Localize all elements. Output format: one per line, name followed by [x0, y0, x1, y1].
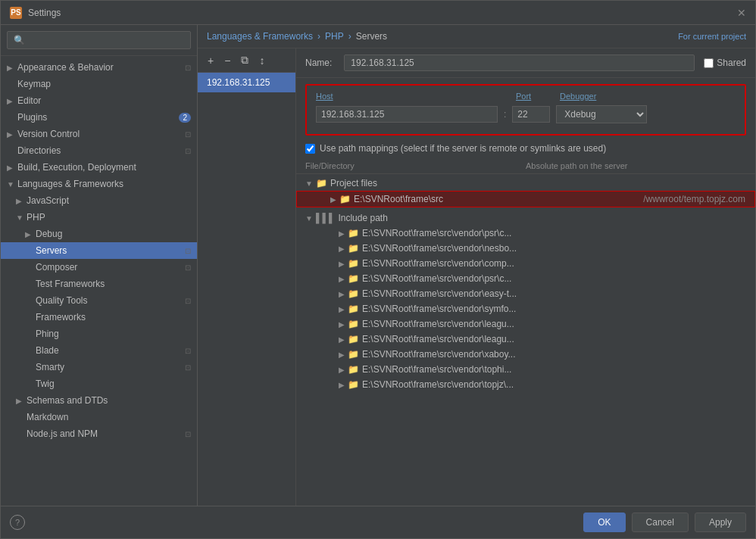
- folder-icon: 📁: [316, 178, 327, 188]
- sidebar-item-editor[interactable]: ▶ Editor: [1, 92, 197, 109]
- title-bar-left: PS Settings: [10, 7, 61, 19]
- remove-server-button[interactable]: −: [220, 52, 234, 69]
- path-mapping-checkbox[interactable]: [305, 144, 315, 154]
- project-server-path: /wwwroot/temp.topjz.com: [643, 194, 745, 204]
- sidebar-item-debug[interactable]: ▶ Debug: [1, 226, 197, 242]
- search-box: [1, 25, 197, 56]
- debugger-label: Debugger: [560, 92, 651, 101]
- server-list-item[interactable]: 192.168.31.125: [198, 73, 295, 92]
- sidebar-item-nodejs[interactable]: ▶ Node.js and NPM ⊡: [1, 425, 197, 442]
- server-toolbar: + − ⧉ ↕: [198, 48, 295, 73]
- shared-label: Shared: [717, 58, 746, 68]
- sidebar-item-markdown[interactable]: ▶ Markdown: [1, 409, 197, 425]
- include-item-1[interactable]: ▶ 📁 E:\SVNRoot\frame\src\vendor\nesbo...: [296, 241, 755, 256]
- sidebar-item-blade[interactable]: ▶ Blade ⊡: [1, 342, 197, 359]
- cancel-button[interactable]: Cancel: [632, 513, 689, 532]
- include-item-0[interactable]: ▶ 📁 E:\SVNRoot\frame\src\vendor\psr\c...: [296, 226, 755, 241]
- breadcrumb-part2: PHP: [325, 31, 344, 42]
- project-files-header[interactable]: ▼ 📁 Project files: [296, 176, 755, 191]
- sidebar-item-quality-tools[interactable]: ▶ Quality Tools ⊡: [1, 292, 197, 309]
- move-server-button[interactable]: ↕: [255, 52, 268, 69]
- table-col2-header: Absolute path on the server: [526, 161, 746, 170]
- sidebar-item-composer[interactable]: ▶ Composer ⊡: [1, 259, 197, 276]
- ext-icon: ⊡: [185, 430, 191, 438]
- copy-server-button[interactable]: ⧉: [237, 51, 252, 69]
- for-current-project[interactable]: For current project: [678, 32, 746, 41]
- sidebar-item-phing[interactable]: ▶ Phing: [1, 326, 197, 342]
- include-path-label-8: E:\SVNRoot\frame\src\vendor\xaboy...: [362, 349, 746, 360]
- breadcrumb: Languages & Frameworks › PHP › Servers F…: [198, 25, 755, 48]
- sidebar-item-smarty[interactable]: ▶ Smarty ⊡: [1, 359, 197, 375]
- sidebar-item-plugins[interactable]: ▶ Plugins 2: [1, 109, 197, 126]
- sidebar-item-label: Directories: [17, 145, 185, 156]
- sidebar-item-label: Version Control: [17, 129, 185, 139]
- port-input[interactable]: [512, 106, 550, 123]
- include-item-2[interactable]: ▶ 📁 E:\SVNRoot\frame\src\vendor\comp...: [296, 256, 755, 271]
- sidebar-item-version-control[interactable]: ▶ Version Control ⊡: [1, 126, 197, 142]
- name-label: Name:: [305, 58, 332, 68]
- sidebar-item-php[interactable]: ▼ PHP: [1, 209, 197, 226]
- chart-icon: ▌▌▌: [316, 213, 336, 223]
- sidebar-item-label: Test Frameworks: [36, 279, 191, 289]
- sidebar-item-label: Smarty: [36, 362, 185, 372]
- include-path-section: ▼ ▌▌▌ Include path ▶ 📁 E:\SVNRoot\frame\…: [296, 209, 755, 394]
- colon-separator: :: [504, 109, 506, 120]
- include-item-8[interactable]: ▶ 📁 E:\SVNRoot\frame\src\vendor\xaboy...: [296, 347, 755, 362]
- include-item-7[interactable]: ▶ 📁 E:\SVNRoot\frame\src\vendor\leagu...: [296, 332, 755, 347]
- sidebar-item-frameworks[interactable]: ▶ Frameworks: [1, 309, 197, 326]
- add-server-button[interactable]: +: [204, 52, 217, 69]
- sidebar-item-label: Twig: [36, 379, 191, 389]
- sidebar-item-label: Schemas and DTDs: [27, 395, 191, 406]
- sidebar-item-appearance[interactable]: ▶ Appearance & Behavior ⊡: [1, 59, 197, 76]
- content-area: ▶ Appearance & Behavior ⊡ ▶ Keymap ▶ Edi…: [1, 25, 755, 506]
- server-name-input[interactable]: [344, 55, 695, 71]
- sidebar-item-test-frameworks[interactable]: ▶ Test Frameworks: [1, 276, 197, 292]
- help-button[interactable]: ?: [10, 515, 25, 530]
- ext-icon: ⊡: [185, 64, 191, 72]
- debugger-select[interactable]: Xdebug Zend Debugger: [556, 105, 647, 123]
- search-input[interactable]: [7, 31, 191, 49]
- arrow-icon: ▶: [16, 197, 25, 205]
- sidebar-item-directories[interactable]: ▶ Directories ⊡: [1, 142, 197, 159]
- sidebar-item-label: Frameworks: [36, 312, 191, 322]
- include-item-6[interactable]: ▶ 📁 E:\SVNRoot\frame\src\vendor\leagu...: [296, 316, 755, 332]
- item-arrow: ▶: [339, 381, 345, 389]
- host-input[interactable]: [316, 106, 498, 123]
- config-labels-row: Host Port Debugger: [316, 92, 736, 101]
- include-item-5[interactable]: ▶ 📁 E:\SVNRoot\frame\src\vendor\symfo...: [296, 301, 755, 316]
- sidebar-item-servers[interactable]: ▶ Servers ⊡: [1, 242, 197, 259]
- include-item-4[interactable]: ▶ 📁 E:\SVNRoot\frame\src\vendor\easy-t..…: [296, 286, 755, 301]
- close-button[interactable]: ✕: [737, 7, 746, 19]
- sidebar-item-javascript[interactable]: ▶ JavaScript: [1, 192, 197, 209]
- sidebar-item-label: Composer: [36, 262, 185, 273]
- include-path-label-6: E:\SVNRoot\frame\src\vendor\leagu...: [362, 319, 746, 329]
- sidebar-item-label: Editor: [17, 95, 191, 106]
- include-path-label-3: E:\SVNRoot\frame\src\vendor\psr\c...: [362, 273, 746, 284]
- ok-button[interactable]: OK: [583, 513, 625, 532]
- apply-button[interactable]: Apply: [695, 513, 746, 532]
- window-title: Settings: [28, 8, 61, 18]
- app-icon: PS: [10, 7, 22, 19]
- item-arrow: ▶: [339, 245, 345, 253]
- project-file-item[interactable]: ▶ 📁 E:\SVNRoot\frame\src /wwwroot/temp.t…: [296, 191, 755, 207]
- include-path-header[interactable]: ▼ ▌▌▌ Include path: [296, 210, 755, 226]
- sidebar-item-twig[interactable]: ▶ Twig: [1, 375, 197, 392]
- sidebar-item-label: Debug: [36, 229, 191, 239]
- sidebar-item-languages[interactable]: ▼ Languages & Frameworks: [1, 176, 197, 192]
- folder-icon: 📁: [348, 304, 359, 314]
- item-arrow: ▶: [339, 290, 345, 298]
- folder-icon: 📁: [348, 273, 359, 284]
- include-path-label-9: E:\SVNRoot\frame\src\vendor\tophi...: [362, 364, 746, 375]
- sidebar-item-schemas[interactable]: ▶ Schemas and DTDs: [1, 392, 197, 409]
- arrow-icon: ▶: [16, 397, 25, 405]
- include-item-3[interactable]: ▶ 📁 E:\SVNRoot\frame\src\vendor\psr\c...: [296, 271, 755, 286]
- shared-checkbox[interactable]: [704, 58, 714, 68]
- folder-icon: 📁: [339, 194, 351, 204]
- sidebar-item-build[interactable]: ▶ Build, Execution, Deployment: [1, 159, 197, 176]
- include-item-9[interactable]: ▶ 📁 E:\SVNRoot\frame\src\vendor\tophi...: [296, 362, 755, 377]
- sidebar-item-keymap[interactable]: ▶ Keymap: [1, 76, 197, 92]
- project-files-label: Project files: [330, 178, 377, 188]
- project-path-label: E:\SVNRoot\frame\src: [354, 194, 643, 204]
- item-arrow: ▶: [330, 195, 336, 204]
- include-item-10[interactable]: ▶ 📁 E:\SVNRoot\frame\src\vendor\topjz\..…: [296, 377, 755, 392]
